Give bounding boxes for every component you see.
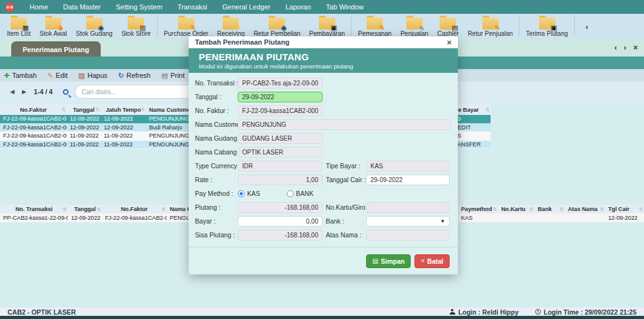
toolbar-item-item-list[interactable]: ▦ Item List [3,15,35,38]
no-kartu-giro-label: No.Kartu/Giro : [326,204,366,211]
batal-label: Batal [427,257,443,265]
toolbar-item-pemesanan[interactable]: ✎ Pemesanan [353,15,396,38]
toolbar-item-terima-piutang[interactable]: ▣ Terima Piutang [521,15,572,38]
save-icon: ▤ [372,257,378,264]
nama-gudang-field [238,133,323,144]
menu-transaksi[interactable]: Transaksi [177,3,207,11]
toolbar-item-retur-penjualan[interactable]: ✎ Retur Penjualan [464,15,518,38]
menu-laporan[interactable]: Laporan [286,3,311,11]
folder-icon: ✎ [178,18,194,30]
edit-button[interactable]: ✎ Edit [47,72,67,79]
page-next-icon[interactable]: ▶ [22,89,26,95]
page-prev-icon[interactable]: ◀ [10,89,14,95]
col-label: Tanggal [74,206,96,212]
col-tgl-cair[interactable]: Tgl Cair⇅ [605,205,644,214]
menu-data-master[interactable]: Data Master [63,3,101,11]
nama-gudang-label: Nama Gudang : [195,135,238,142]
briefcase-icon: ▣ [550,24,557,31]
tanggal-field[interactable] [238,92,323,102]
nama-customer-label: Nama Customer : [195,121,238,128]
status-login: Login : Reldi Hippy [450,308,519,316]
bank-select[interactable]: ▼ [366,216,450,227]
toolbar-label: Pemesanan [358,30,391,37]
simpan-button[interactable]: ▤ Simpan [366,254,411,268]
menu-general-ledger[interactable]: General Ledger [223,3,270,11]
toolbar-collapse-icon[interactable]: ‹ [577,22,597,31]
col-label: Nama Customer [149,107,193,113]
cell-paymethod: KAS [458,215,498,221]
col-no-faktur[interactable]: No.Faktur⇅ [102,205,167,214]
bayar-field[interactable] [238,216,323,227]
col-atas-nama[interactable]: Atas Nama⇅ [565,205,605,214]
dialog-close-icon[interactable]: × [447,38,452,46]
toolbar-separator [574,16,575,37]
col-label: No.Faktur [20,107,47,113]
col-paymethod[interactable]: Paymethod⇅ [458,205,498,214]
refresh-label: Refresh [126,72,151,79]
menu-setting-system[interactable]: Setting System [116,3,162,11]
radio-kas[interactable] [238,190,245,197]
batal-button[interactable]: × Batal [414,254,450,268]
cell-no-faktur: FJ-22-09-kassa1CAB2-0002 [0,132,67,139]
sort-icon: ⇅ [96,207,101,212]
tab-prev-icon[interactable]: ‹ [614,43,617,52]
hapus-button[interactable]: ▨ Hapus [79,72,108,79]
toolbar-item-stok-store[interactable]: ▥ Stok Store [117,15,155,38]
col-tanggal[interactable]: Tanggal⇅ [68,205,102,214]
menu-tab-window[interactable]: Tab Window [326,3,364,11]
folder-icon: ▣ [319,18,335,30]
col-tanggal[interactable]: Tanggal⇅ [67,104,101,115]
printer-icon: ▤ [162,72,168,79]
toolbar-item-cashier[interactable]: ▤ Cashier [433,15,463,38]
toolbar-item-stok-awal[interactable]: ◆ Stok Awal [35,15,72,38]
col-label: No.Kartu [501,206,525,212]
terminal-icon: ▥ [140,24,146,31]
app-window: Home Data Master Setting System Transaks… [0,0,644,319]
col-no-kartu[interactable]: No.Kartu⇅ [498,205,535,214]
menu-home[interactable]: Home [30,3,48,11]
toolbar-label: Terima Piutang [526,30,568,37]
col-jatuh-tempo[interactable]: Jatuh Tempo⇅ [101,104,146,115]
col-bank[interactable]: Bank⇅ [535,205,565,214]
toolbar-item-receiving[interactable]: ▱ Receiving [213,15,249,38]
refresh-button[interactable]: ↻ Refresh [118,72,151,79]
tab-next-icon[interactable]: › [624,43,626,52]
tab-penerimaan-piutang[interactable]: Penerimaan Piutang [11,41,101,57]
folder-icon: ∿ [406,18,423,30]
dialog-subtitle: Modul ini digunakan untuk melakukan pene… [199,63,448,70]
radio-bank[interactable] [287,190,294,197]
sort-icon: ⇅ [492,207,497,212]
toolbar: ▦ Item List ◆ Stok Awal ◉ Stok Gudang ▥ … [0,14,644,39]
magnifier-icon: ◉ [281,24,287,31]
radio-bank-label: BANK [296,190,314,197]
dialog-title-bar[interactable]: Tambah Penerimaan Piutang × [189,36,458,48]
status-login-time: Login Time : 29/09/2022 21:25 [535,308,636,316]
sisa-piutang-label: Sisa Piutang : [195,232,238,239]
folder-icon: ◉ [86,18,103,30]
cell-jatuh-tempo: 11-09-2022 [101,132,146,139]
tambah-button[interactable]: ✚ Tambah [4,72,36,79]
tab-close-icon[interactable]: × [633,43,638,52]
folder-icon: ▥ [128,18,144,30]
sort-icon: ⇅ [559,207,564,212]
piutang-field [238,202,323,213]
sort-icon: ⇅ [62,207,67,212]
toolbar-item-retur-pembelian[interactable]: ◉ Retur Pembelian [249,15,304,38]
tipe-bayar-label: Tipe Bayar : [326,163,366,170]
toolbar-item-penjualan[interactable]: ∿ Penjualan [396,15,433,38]
edit-label: Edit [56,72,68,79]
tipe-bayar-field [366,161,450,171]
pay-method-label: Pay Method : [195,190,238,197]
toolbar-separator [157,16,158,37]
cell-no-faktur: FJ-22-09-kassa1CAB2-0001 [0,141,67,148]
login-text: Login : Reldi Hippy [458,308,519,316]
toolbar-item-stok-gudang[interactable]: ◉ Stok Gudang [72,15,117,38]
col-no-faktur[interactable]: No.Faktur⇅ [0,104,67,115]
col-no-transaksi[interactable]: No. Transaksi⇅ [0,205,68,214]
refresh-icon: ↻ [118,72,124,79]
toolbar-item-purchase-order[interactable]: ✎ Purchase Order [160,15,213,38]
chevron-down-icon: ▼ [440,219,445,224]
print-button[interactable]: ▤ Print [162,72,185,79]
tanggal-cair-field[interactable] [366,175,450,185]
toolbar-item-pembayaran[interactable]: ▣ Pembayaran [305,15,350,38]
